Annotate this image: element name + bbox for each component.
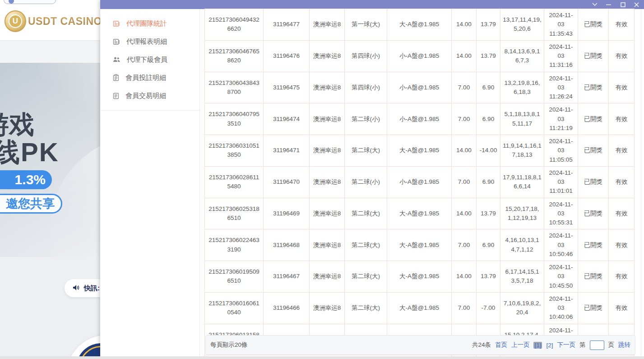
cell-order-id: 2152173060224633190 bbox=[205, 229, 264, 261]
cell-draw-numbers: 5,1,18,13,8,15,11,17 bbox=[500, 103, 544, 135]
cell-valid: 有效 bbox=[609, 198, 635, 229]
casino-logo-icon[interactable]: U bbox=[5, 10, 26, 32]
cell-profit: 13.79 bbox=[477, 9, 500, 41]
sidebar-item-會員投註明細[interactable]: 會員投註明細 bbox=[100, 69, 199, 87]
banner-title-line2: 线PK bbox=[0, 135, 59, 170]
page-2-link[interactable]: [2] bbox=[546, 342, 553, 349]
sidebar-item-會員交易明細[interactable]: 會員交易明細 bbox=[100, 87, 199, 105]
sidebar-menu: 代理團隊統計 代理報表明細 代理下級會員 會員投註明細 會員交易明細 bbox=[100, 9, 199, 111]
close-icon[interactable] bbox=[632, 1, 640, 8]
jump-button[interactable]: 跳转 bbox=[618, 341, 630, 349]
cell-member-id: 31196475 bbox=[264, 72, 310, 103]
cell-play: 大-A盤@1.985 bbox=[387, 292, 452, 324]
header-substrip bbox=[0, 41, 100, 63]
table-row: 2152173060160610540 31196466 澳洲幸运8 第二球(大… bbox=[205, 292, 635, 324]
clipboard-icon bbox=[113, 74, 119, 81]
next-page-link[interactable]: 下一页 bbox=[557, 341, 576, 349]
cell-profit: -7.00 bbox=[477, 292, 500, 324]
scrollbar-track[interactable] bbox=[641, 9, 641, 359]
cell-game: 澳洲幸运8 bbox=[310, 292, 345, 324]
cell-amount: 7.00 bbox=[452, 292, 477, 324]
cell-position: 第二球(大) bbox=[345, 292, 387, 324]
cell-member-id: 31196466 bbox=[264, 292, 310, 324]
total-count-label: 共24条 bbox=[472, 341, 491, 349]
maximize-button[interactable] bbox=[619, 1, 627, 8]
cell-order-id: 2152173060195096510 bbox=[205, 261, 264, 293]
cell-amount: 14.00 bbox=[452, 135, 477, 167]
cell-time: 2024-11-03 11:26:24 bbox=[544, 72, 578, 103]
banner-cta-pill[interactable]: 邀您共享 bbox=[0, 194, 62, 214]
cell-valid: 有效 bbox=[609, 72, 635, 103]
cell-position: 第四球(小) bbox=[345, 40, 387, 72]
cell-draw-numbers: 15,20,17,18,1,12,19,13 bbox=[500, 198, 544, 229]
table-row: 2152173060310513850 31196471 澳洲幸运8 第二球(大… bbox=[205, 135, 635, 167]
sidebar-item-代理報表明細[interactable]: 代理報表明細 bbox=[100, 33, 199, 51]
cell-status: 已開獎 bbox=[578, 292, 609, 324]
minimize-button[interactable] bbox=[604, 1, 612, 8]
cell-position: 第二球(小) bbox=[345, 103, 387, 135]
cell-valid: 有效 bbox=[609, 40, 635, 72]
bottom-edge bbox=[0, 356, 644, 359]
cell-status: 已開獎 bbox=[578, 40, 609, 72]
cell-game: 澳洲幸运8 bbox=[310, 229, 345, 261]
table-row: 2152173060286115480 31196470 澳洲幸运8 第二球(小… bbox=[205, 166, 635, 198]
cell-status: 已開獎 bbox=[578, 261, 609, 293]
table-row: 2152173060407953510 31196474 澳洲幸运8 第二球(小… bbox=[205, 103, 635, 135]
page-size-label: 每頁顯示20條 bbox=[210, 341, 248, 349]
cell-position: 第二球(大) bbox=[345, 135, 387, 167]
table-row: 2152173060224633190 31196468 澳洲幸运8 第二球(大… bbox=[205, 229, 635, 261]
cell-position: 第一球(大) bbox=[345, 9, 387, 41]
table-row: 2152173060253186510 31196469 澳洲幸运8 第二球(大… bbox=[205, 198, 635, 229]
window-titlebar[interactable] bbox=[100, 0, 644, 9]
table-row: 2152173060195096510 31196467 澳洲幸运8 第二球(大… bbox=[205, 261, 635, 293]
cell-time: 2024-11-03 10:55:31 bbox=[544, 198, 578, 229]
bet-records-table: 2152173060494326620 31196477 澳洲幸运8 第一球(大… bbox=[204, 9, 635, 359]
page-1-link[interactable]: [1] bbox=[533, 342, 542, 349]
promo-banner[interactable]: 游戏 线PK 1.3% 邀您共享 bbox=[0, 63, 100, 257]
jump-page-input[interactable] bbox=[590, 340, 604, 350]
cell-play: 小-A盤@1.985 bbox=[387, 103, 452, 135]
cell-play: 小-A盤@1.985 bbox=[387, 40, 452, 72]
chevron-down-icon[interactable] bbox=[591, 1, 599, 8]
sidebar-item-代理下級會員[interactable]: 代理下級會員 bbox=[100, 51, 199, 69]
casino-site-background: U USDT CASINO 游戏 线PK 1.3% 邀您共享 快訊: bbox=[0, 0, 100, 359]
cell-amount: 14.00 bbox=[452, 9, 477, 41]
cell-play: 大-A盤@1.985 bbox=[387, 229, 452, 261]
cell-order-id: 2152173060310513850 bbox=[205, 135, 264, 167]
jump-prefix-label: 第 bbox=[579, 341, 586, 349]
cell-profit: 13.79 bbox=[477, 198, 500, 229]
cell-order-id: 2152173060407953510 bbox=[205, 103, 264, 135]
cell-status: 已開獎 bbox=[578, 198, 609, 229]
cell-status: 已開獎 bbox=[578, 72, 609, 103]
cell-profit: 6.90 bbox=[477, 72, 500, 103]
cell-game: 澳洲幸运8 bbox=[310, 103, 345, 135]
avatar bbox=[9, 0, 14, 4]
sidebar-item-代理團隊統計[interactable]: 代理團隊統計 bbox=[100, 14, 199, 33]
first-page-link[interactable]: 首页 bbox=[495, 341, 507, 349]
news-ticker: 快訊: bbox=[65, 279, 100, 297]
screen: U USDT CASINO 游戏 线PK 1.3% 邀您共享 快訊: bbox=[0, 0, 644, 359]
jump-suffix-label: 页 bbox=[608, 341, 615, 349]
cell-play: 小-A盤@1.985 bbox=[387, 72, 452, 103]
cell-draw-numbers: 6,17,14,15,13,5,7,18 bbox=[500, 261, 544, 293]
cell-game: 澳洲幸运8 bbox=[310, 261, 345, 293]
prev-page-link[interactable]: 上一页 bbox=[511, 341, 530, 349]
cell-member-id: 31196469 bbox=[264, 198, 310, 229]
cell-amount: 7.00 bbox=[452, 72, 477, 103]
cell-play: 大-A盤@1.985 bbox=[387, 198, 452, 229]
ticker-label: 快訊: bbox=[84, 284, 100, 293]
cell-profit: -14.00 bbox=[477, 135, 500, 167]
user-pill[interactable] bbox=[4, 0, 56, 4]
cell-order-id: 2152173060438438700 bbox=[205, 72, 264, 103]
table-row: 2152173060438438700 31196475 澳洲幸运8 第四球(小… bbox=[205, 72, 635, 103]
cell-status: 已開獎 bbox=[578, 103, 609, 135]
cell-status: 已開獎 bbox=[578, 229, 609, 261]
cell-time: 2024-11-03 10:45:50 bbox=[544, 261, 578, 293]
cell-play: 大-A盤@1.985 bbox=[387, 261, 452, 293]
report-icon bbox=[113, 38, 120, 45]
brand-name[interactable]: USDT CASINO bbox=[28, 15, 100, 28]
cell-time: 2024-11-03 11:05:05 bbox=[544, 135, 578, 167]
cell-member-id: 31196471 bbox=[264, 135, 310, 167]
cell-draw-numbers: 7,10,6,19,8,2,20,4 bbox=[500, 292, 544, 324]
cell-position: 第四球(小) bbox=[345, 72, 387, 103]
